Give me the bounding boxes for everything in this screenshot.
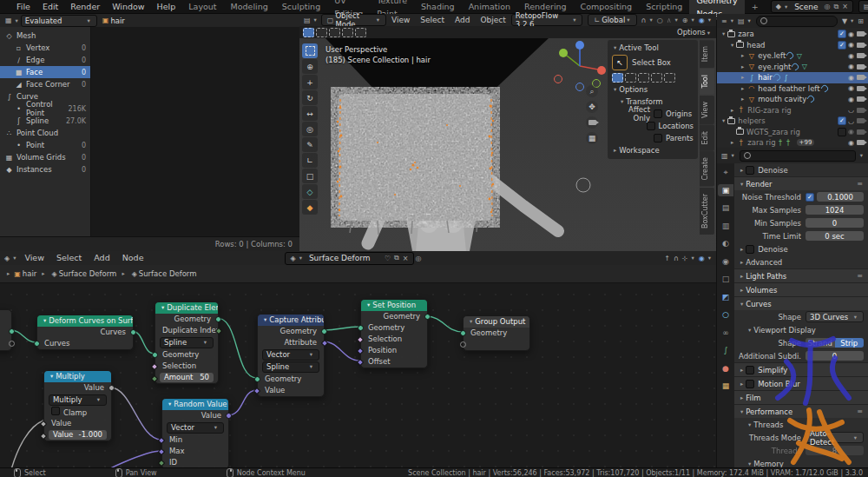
tab-tool[interactable]: ⌖ <box>718 166 733 178</box>
select-mode-invert-icon[interactable] <box>651 73 662 83</box>
properties-editor-icon[interactable]: ▥ <box>721 152 728 160</box>
pin-icon[interactable]: ◎ <box>416 255 422 262</box>
sidebar-tab-tool[interactable]: Tool <box>700 69 714 95</box>
tab-physics[interactable]: ○ <box>718 308 733 321</box>
node-random-value[interactable]: ▾Random Value Value Vector▾ Min Max ID <box>161 398 229 467</box>
strip-option[interactable]: Strip <box>835 338 865 348</box>
data-type-dropdown[interactable]: Vector▾ <box>167 422 224 434</box>
tab-scene[interactable]: ◐ <box>718 237 733 249</box>
noise-threshold-checkbox[interactable]: ✓ <box>806 193 814 202</box>
outliner-row-mouth-cavity[interactable]: ▸▽mouth cavity◉ <box>717 94 868 105</box>
hide-eye-icon[interactable]: ◉ <box>846 96 856 103</box>
menu-file[interactable]: File <box>10 0 36 14</box>
node-multiply[interactable]: ▾Multiply Value Multiply▾ Clamp Value Va… <box>43 370 112 441</box>
mode-dropdown[interactable]: ▢ Object Mode▾ <box>321 14 386 26</box>
collection-checkbox[interactable]: ✓ <box>838 41 846 50</box>
outliner-search-input[interactable] <box>756 16 838 27</box>
breadcrumb-object[interactable]: hair <box>23 269 36 278</box>
collection-checkbox[interactable]: ✓ <box>838 116 846 125</box>
sidebar-tab-boxcutter[interactable]: BoxCutter <box>700 188 714 235</box>
clamp-checkbox[interactable] <box>51 407 60 415</box>
hide-eye-icon[interactable]: ◉ <box>846 52 856 60</box>
camera-view-icon[interactable] <box>586 116 598 129</box>
node-tree-selector[interactable]: ◈▾ Surface Deform ♡ ⧉ × <box>285 252 413 265</box>
render-camera-icon[interactable] <box>857 43 865 48</box>
tab-view-layer[interactable]: ▥ <box>718 220 733 232</box>
panel-menu-icon[interactable]: ≡ <box>857 407 864 415</box>
pin-icon[interactable]: ◎ <box>825 3 831 10</box>
curves-shape-dropdown[interactable]: 3D Curves▾ <box>806 311 864 322</box>
threads-mode-dropdown[interactable]: Auto-Detect▾ <box>806 432 864 443</box>
select-box-tool-icon[interactable]: ↖ <box>612 55 628 70</box>
time-limit-value[interactable]: 0 sec <box>806 231 864 241</box>
socket-geometry-output[interactable] <box>9 328 15 335</box>
panel-menu-icon[interactable]: ≡ <box>857 272 864 280</box>
panel-denoise[interactable]: ▸Denoise <box>734 163 868 176</box>
max-samples-value[interactable]: 1024 <box>806 205 864 215</box>
show-overlays-icon[interactable]: ◉ <box>699 17 705 24</box>
panel-performance[interactable]: ▾Performance≡ <box>734 405 868 418</box>
panel-curves[interactable]: ▾Curves <box>734 297 868 310</box>
amount-field[interactable]: Amount50 <box>160 373 214 382</box>
render-camera-icon[interactable] <box>857 86 865 91</box>
min-samples-value[interactable]: 0 <box>806 218 864 228</box>
menu-window[interactable]: Window <box>106 0 150 14</box>
curves-input-socket[interactable] <box>34 341 40 347</box>
retopoflow-dropdown[interactable]: RetopoFlow 3.2.6▾ <box>511 14 583 26</box>
geometry-input-socket[interactable] <box>358 325 364 331</box>
close-icon[interactable]: × <box>403 255 409 262</box>
select-mode-subtract-icon[interactable] <box>638 73 649 83</box>
collection-checkbox[interactable]: ✓ <box>838 30 846 38</box>
viewport-editor-icon[interactable]: ▤ <box>304 17 311 24</box>
panel-motion-blur[interactable]: ▸Motion Blur <box>734 377 868 390</box>
operation-dropdown[interactable]: Multiply▾ <box>49 394 107 406</box>
virtual-input-socket[interactable] <box>460 341 466 348</box>
tree-row-spline[interactable]: ʃSpline27.0K <box>0 115 90 127</box>
panel-advanced[interactable]: ▸Advanced <box>734 255 868 268</box>
hide-eye-icon[interactable]: ◉ <box>846 41 856 49</box>
threads-count-value[interactable]: 8 <box>806 446 864 455</box>
scene-selector[interactable]: ◆▾ Scene ◎ ⧉ × <box>771 0 853 13</box>
node-menu-select[interactable]: Select <box>50 251 88 265</box>
strand-option[interactable]: Strand <box>806 338 835 348</box>
node-capture-attribute[interactable]: ▾Capture Attribute Geometry Attribute Ve… <box>257 314 325 397</box>
viewport-options-button[interactable]: Options▾ <box>677 28 713 36</box>
overlays-icon[interactable]: ◉ <box>699 255 705 262</box>
tree-row-mesh[interactable]: ◇Mesh <box>0 30 90 42</box>
render-camera-icon[interactable] <box>857 108 865 113</box>
parent-tree-icon[interactable]: ↑ <box>664 255 670 262</box>
workspace-tab-scripting[interactable]: Scripting <box>639 0 689 13</box>
viewport-menu-add[interactable]: Add <box>450 13 475 27</box>
select-mode-subtract-icon[interactable] <box>329 28 340 37</box>
snap-settings-icon[interactable]: ⊹ <box>682 255 688 262</box>
viewport-canvas[interactable]: User Perspective (185) Scene Collection … <box>299 38 716 251</box>
tree-row-edge[interactable]: ∕Edge0 <box>0 54 90 66</box>
panel-memory[interactable]: ▾Memory <box>734 457 868 467</box>
workspace-tab-shading[interactable]: Shading <box>414 0 462 13</box>
tree-row-face-corner[interactable]: ◢Face Corner0 <box>0 78 90 90</box>
display-mode-icon[interactable]: ▤ <box>738 17 745 25</box>
select-mode-invert-icon[interactable] <box>342 28 353 37</box>
node-menu-add[interactable]: Add <box>88 251 115 265</box>
breadcrumb-node-tree[interactable]: Surface Deform <box>139 269 197 278</box>
parents-checkbox[interactable] <box>654 134 662 142</box>
node-header[interactable]: ▾Group Output <box>464 316 529 328</box>
spreadsheet-editor-icon[interactable]: ▦ <box>5 17 12 24</box>
select-mode-extend-icon[interactable] <box>625 73 636 83</box>
render-camera-icon[interactable] <box>857 64 865 70</box>
tab-render[interactable]: ▣ <box>718 184 733 196</box>
geometry-output-socket[interactable] <box>424 314 431 320</box>
tool-scale[interactable]: ↔ <box>302 106 318 121</box>
outliner-row-zara[interactable]: ▾zara✓◉ <box>717 29 868 40</box>
snap-magnet-icon[interactable]: ∩ <box>641 17 647 24</box>
tool-rotate[interactable]: ↻ <box>302 90 318 105</box>
outliner-row-head[interactable]: ▾head✓◉ <box>717 40 868 51</box>
geometry-input-socket[interactable] <box>152 352 158 358</box>
tool-move[interactable]: + <box>302 75 318 89</box>
menu-render[interactable]: Render <box>64 0 106 14</box>
tab-output[interactable]: ▤ <box>718 202 733 214</box>
node-editor-icon[interactable]: ◈ <box>4 255 10 262</box>
outliner-row-head-feather[interactable]: ▸◠head feather left◉ <box>717 83 868 95</box>
new-scene-icon[interactable]: ⧉ <box>834 3 839 11</box>
panel-menu-icon[interactable]: ≡ <box>857 180 864 188</box>
